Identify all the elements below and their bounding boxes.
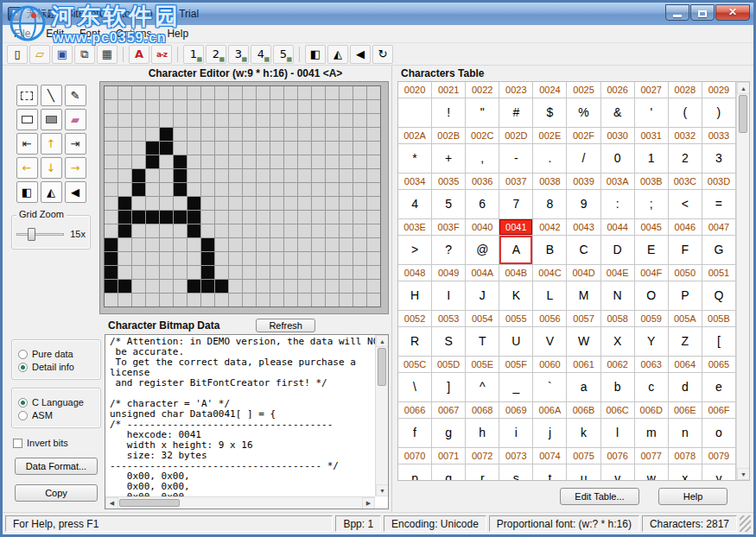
char-glyph-0025[interactable]: %: [567, 98, 600, 128]
pixel-cell[interactable]: [340, 155, 353, 168]
pixel-cell[interactable]: [132, 169, 145, 182]
char-glyph-0038[interactable]: 8: [533, 190, 567, 219]
pixel-cell[interactable]: [215, 266, 228, 279]
pixel-cell[interactable]: [257, 294, 270, 306]
pixel-cell[interactable]: [326, 294, 339, 306]
pixel-cell[interactable]: [146, 211, 159, 224]
pixel-cell[interactable]: [146, 169, 159, 182]
pixel-cell[interactable]: [270, 252, 283, 265]
pixel-cell[interactable]: [187, 114, 200, 127]
char-code-0024[interactable]: 0024: [533, 82, 567, 98]
pixel-cell[interactable]: [187, 197, 200, 210]
pixel-cell[interactable]: [326, 155, 339, 168]
scroll-thumb-h[interactable]: [119, 499, 180, 507]
pixel-cell[interactable]: [201, 224, 214, 237]
char-code-004A[interactable]: 004A: [466, 265, 499, 281]
pixel-cell[interactable]: [298, 169, 311, 182]
pixel-cell[interactable]: [160, 252, 173, 265]
char-code-0050[interactable]: 0050: [669, 265, 702, 281]
pixel-cell[interactable]: [160, 86, 173, 99]
pixel-cell[interactable]: [146, 224, 159, 237]
pixel-cell[interactable]: [284, 100, 297, 113]
char-glyph-0042[interactable]: B: [533, 236, 567, 265]
pixel-cell[interactable]: [312, 86, 325, 99]
char-code-0066[interactable]: 0066: [398, 402, 432, 419]
char-glyph-003F[interactable]: ?: [432, 236, 466, 265]
pixel-cell[interactable]: [270, 211, 283, 224]
pixel-cell[interactable]: [326, 142, 339, 155]
pixel-cell[interactable]: [367, 280, 380, 293]
pixel-cell[interactable]: [146, 86, 159, 99]
char-code-0030[interactable]: 0030: [601, 128, 635, 144]
char-glyph-0039[interactable]: 9: [567, 190, 600, 219]
char-code-0077[interactable]: 0077: [635, 448, 669, 464]
char-code-0059[interactable]: 0059: [635, 311, 669, 327]
rotate-icon[interactable]: ↻: [372, 45, 393, 64]
pixel-cell[interactable]: [298, 142, 311, 155]
char-glyph-0050[interactable]: P: [669, 281, 702, 311]
pixel-cell[interactable]: [284, 238, 297, 251]
pixel-cell[interactable]: [284, 114, 297, 127]
view-5-icon[interactable]: 5▦: [273, 45, 294, 64]
pixel-cell[interactable]: [215, 142, 228, 155]
pixel-cell[interactable]: [160, 155, 173, 168]
char-code-004C[interactable]: 004C: [533, 265, 567, 281]
pixel-cell[interactable]: [118, 86, 131, 99]
close-button[interactable]: ✕: [715, 4, 750, 21]
char-code-0040[interactable]: 0040: [466, 219, 499, 236]
pixel-cell[interactable]: [257, 86, 270, 99]
mirror-horizontal-icon[interactable]: ◭: [41, 181, 62, 203]
pixel-cell[interactable]: [257, 183, 270, 196]
pixel-cell[interactable]: [326, 183, 339, 196]
char-glyph-0075[interactable]: u: [567, 464, 600, 481]
pixel-cell[interactable]: [284, 155, 297, 168]
pixel-cell[interactable]: [312, 266, 325, 279]
pixel-cell[interactable]: [326, 211, 339, 224]
char-code-003F[interactable]: 003F: [432, 219, 466, 236]
pixel-cell[interactable]: [105, 294, 118, 306]
char-glyph-002F[interactable]: /: [567, 144, 600, 174]
char-glyph-0044[interactable]: D: [601, 236, 635, 265]
pixel-cell[interactable]: [270, 128, 283, 141]
char-code-003A[interactable]: 003A: [601, 174, 635, 190]
pixel-cell[interactable]: [174, 100, 187, 113]
pixel-cell[interactable]: [298, 197, 311, 210]
help-button[interactable]: Help: [658, 488, 727, 505]
pixel-cell[interactable]: [132, 142, 145, 155]
char-glyph-0058[interactable]: X: [601, 327, 635, 357]
pixel-cell[interactable]: [160, 169, 173, 182]
pixel-cell[interactable]: [229, 128, 242, 141]
pixel-cell[interactable]: [174, 114, 187, 127]
pixel-cell[interactable]: [215, 280, 228, 293]
char-code-002F[interactable]: 002F: [567, 128, 600, 144]
pixel-cell[interactable]: [353, 211, 366, 224]
pixel-cell[interactable]: [215, 128, 228, 141]
pixel-cell[interactable]: [146, 183, 159, 196]
char-glyph-0078[interactable]: x: [669, 464, 702, 481]
pixel-cell[interactable]: [243, 155, 256, 168]
pixel-cell[interactable]: [367, 183, 380, 196]
pixel-cell[interactable]: [270, 280, 283, 293]
char-glyph-0043[interactable]: C: [567, 236, 600, 265]
pixel-cell[interactable]: [174, 197, 187, 210]
pixel-cell[interactable]: [312, 155, 325, 168]
pixel-cell[interactable]: [201, 252, 214, 265]
pixel-cell[interactable]: [257, 114, 270, 127]
pixel-cell[interactable]: [201, 86, 214, 99]
pixel-cell[interactable]: [243, 238, 256, 251]
pixel-cell[interactable]: [229, 252, 242, 265]
pixel-cell[interactable]: [146, 114, 159, 127]
pixel-cell[interactable]: [229, 86, 242, 99]
char-glyph-0036[interactable]: 6: [466, 190, 499, 219]
char-glyph-0037[interactable]: 7: [499, 190, 533, 219]
pixel-cell[interactable]: [187, 155, 200, 168]
char-glyph-002D[interactable]: -: [499, 144, 533, 174]
pixel-cell[interactable]: [160, 100, 173, 113]
char-glyph-0022[interactable]: ": [466, 98, 499, 128]
pixel-cell[interactable]: [201, 266, 214, 279]
scroll-thumb[interactable]: [378, 348, 386, 386]
char-glyph-0027[interactable]: ': [635, 98, 669, 128]
char-code-0047[interactable]: 0047: [702, 219, 736, 236]
pixel-cell[interactable]: [243, 183, 256, 196]
pixel-cell[interactable]: [270, 197, 283, 210]
